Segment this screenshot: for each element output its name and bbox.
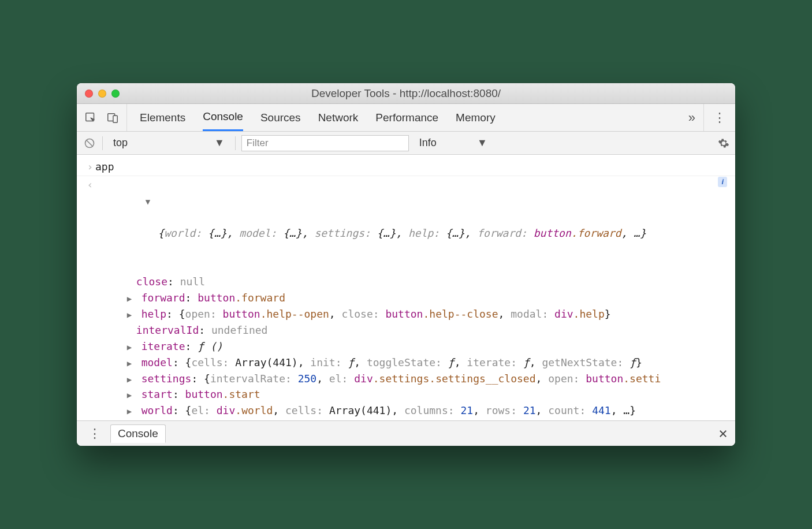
settings-menu-icon[interactable]: ⋮ — [703, 104, 735, 131]
console-toolbar: top ▼ Info ▼ — [77, 132, 735, 155]
disclosure-triangle-icon[interactable]: ▼ — [146, 196, 152, 208]
disclosure-triangle-icon[interactable]: ▶ — [127, 389, 134, 402]
log-level-value: Info — [419, 137, 437, 149]
disclosure-triangle-icon[interactable]: ▶ — [127, 309, 134, 322]
more-tabs-icon[interactable]: » — [680, 110, 703, 125]
disclosure-triangle-icon[interactable]: ▶ — [127, 357, 134, 370]
disclosure-triangle-icon[interactable]: ▶ — [127, 341, 134, 354]
console-command: app — [95, 159, 114, 175]
console-settings-icon[interactable] — [718, 137, 729, 149]
inspect-element-icon[interactable] — [84, 111, 98, 125]
execution-context-select[interactable]: top ▼ — [109, 135, 229, 151]
minimize-window-button[interactable] — [98, 90, 106, 98]
log-level-select[interactable]: Info ▼ — [419, 137, 487, 149]
disclosure-triangle-icon[interactable]: ▶ — [127, 374, 134, 386]
tab-memory[interactable]: Memory — [456, 104, 496, 131]
console-output-row[interactable]: ‹ ▼ {world: {…}, model: {…}, settings: {… — [77, 176, 735, 274]
tab-elements[interactable]: Elements — [140, 104, 185, 131]
dropdown-arrow-icon: ▼ — [477, 137, 487, 149]
object-property-row[interactable]: ▶ settings: {intervalRate: 250, el: div.… — [77, 371, 735, 387]
tab-network[interactable]: Network — [318, 104, 359, 131]
object-property-row[interactable]: intervalId: undefined — [77, 322, 735, 338]
drawer-tab-console[interactable]: Console — [110, 424, 166, 443]
titlebar: Developer Tools - http://localhost:8080/ — [77, 83, 735, 104]
panel-tabbar: Elements Console Sources Network Perform… — [77, 104, 735, 132]
execution-context-value: top — [113, 137, 128, 149]
traffic-lights — [85, 90, 120, 98]
disclosure-triangle-icon[interactable]: ▶ — [127, 405, 134, 418]
tab-performance[interactable]: Performance — [375, 104, 438, 131]
device-toolbar-icon[interactable] — [106, 111, 120, 125]
output-prompt-icon: ‹ — [85, 177, 95, 193]
dropdown-arrow-icon: ▼ — [214, 137, 225, 149]
close-window-button[interactable] — [85, 90, 93, 98]
drawer-close-icon[interactable] — [718, 429, 728, 439]
object-property-row[interactable]: ▶ help: {open: button.help--open, close:… — [77, 306, 735, 322]
object-property-row[interactable]: ▶ iterate: ƒ () — [77, 338, 735, 355]
object-property-row[interactable]: close: null — [77, 274, 735, 290]
disclosure-triangle-icon[interactable]: ▶ — [127, 293, 134, 306]
object-property-row[interactable]: ▶ start: button.start — [77, 386, 735, 403]
window-title: Developer Tools - http://localhost:8080/ — [77, 87, 735, 100]
console-output: › app ‹ ▼ {world: {…}, model: {…}, setti… — [77, 155, 735, 420]
drawer-bar: ⋮ Console — [77, 420, 735, 446]
tab-sources[interactable]: Sources — [260, 104, 301, 131]
object-property-row[interactable]: ▶ world: {el: div.world, cells: Array(44… — [77, 403, 735, 419]
devtools-window: Developer Tools - http://localhost:8080/… — [77, 83, 735, 446]
console-input-row[interactable]: › app — [77, 158, 735, 176]
zoom-window-button[interactable] — [111, 90, 120, 98]
input-prompt-icon: › — [85, 159, 95, 175]
divider — [235, 136, 236, 150]
clear-console-icon[interactable] — [83, 136, 96, 150]
svg-rect-2 — [113, 116, 117, 122]
tab-console[interactable]: Console — [203, 104, 243, 131]
divider — [102, 136, 103, 150]
info-badge[interactable]: i — [718, 177, 727, 187]
object-property-row[interactable]: ▶ model: {cells: Array(441), init: ƒ, to… — [77, 355, 735, 371]
drawer-menu-icon[interactable]: ⋮ — [84, 426, 106, 441]
filter-input[interactable] — [241, 135, 409, 151]
object-property-row[interactable]: ▶ forward: button.forward — [77, 290, 735, 306]
